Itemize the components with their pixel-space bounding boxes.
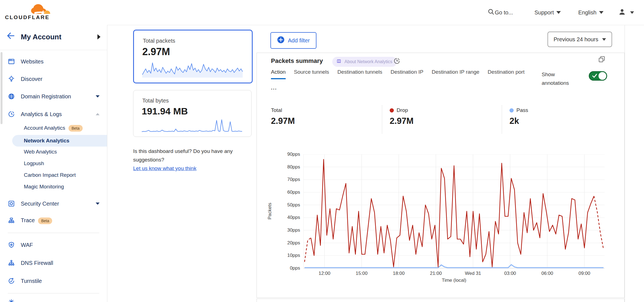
sidebar-item-label: Account AnalyticsBeta bbox=[24, 125, 83, 132]
language-label: English bbox=[578, 9, 597, 16]
stat-drop: Drop 2.97M bbox=[390, 107, 414, 126]
chevron-down-icon bbox=[95, 201, 100, 206]
pie-chart-icon[interactable] bbox=[393, 57, 400, 66]
feedback-line1: Is this dashboard useful? Do you have an… bbox=[133, 147, 252, 155]
vault-icon bbox=[8, 200, 15, 207]
account-title[interactable]: My Account bbox=[21, 33, 61, 41]
stat-pass: Pass 2k bbox=[509, 107, 528, 126]
x-axis-tick-label: 06:00 bbox=[541, 271, 553, 276]
stat-label: Drop bbox=[397, 107, 408, 113]
sidebar-item-account-analytics[interactable]: Account AnalyticsBeta bbox=[0, 122, 107, 134]
chevron-down-icon bbox=[630, 11, 634, 14]
sidebar-item-magic-monitoring[interactable]: Magic Monitoring bbox=[0, 181, 107, 193]
sidebar-item-label: Websites bbox=[21, 58, 44, 65]
y-axis-tick-label: 60pps bbox=[281, 190, 300, 195]
y-axis-tick-label: 90pps bbox=[281, 152, 300, 157]
top-bar: CLOUDFLARE Go to... Support English bbox=[0, 0, 644, 25]
add-filter-label: Add filter bbox=[288, 37, 310, 44]
book-icon bbox=[337, 59, 342, 65]
globe-icon bbox=[8, 93, 15, 100]
sidebar-item-label: TraceBeta bbox=[21, 217, 52, 224]
about-network-analytics-badge[interactable]: About Network Analytics bbox=[332, 57, 397, 67]
y-axis-tick-label: 50pps bbox=[281, 202, 300, 208]
more-tabs-button[interactable]: ... bbox=[271, 84, 277, 91]
tab-destination-ip[interactable]: Destination IP bbox=[391, 69, 423, 79]
refresh-check-icon bbox=[8, 277, 15, 285]
sidebar-item-label: Analytics & Logs bbox=[21, 111, 62, 117]
card-value: 2.97M bbox=[142, 46, 170, 58]
sidebar-item-network-analytics[interactable]: Network Analytics bbox=[0, 135, 107, 147]
duplicate-icon[interactable] bbox=[598, 55, 606, 65]
tab-destination-tunnels[interactable]: Destination tunnels bbox=[338, 69, 382, 79]
card-title: Total packets bbox=[143, 38, 175, 44]
toggle-knob bbox=[599, 72, 606, 80]
sidebar-item-label: Discover bbox=[21, 76, 42, 82]
total-packets-card[interactable]: Total packets 2.97M bbox=[133, 30, 253, 83]
sidebar-item-label: Domain Registration bbox=[21, 93, 71, 100]
total-packets-sparkline bbox=[142, 60, 243, 78]
sidebar-item-waf[interactable]: WAF bbox=[0, 238, 107, 252]
brand-wordmark: CLOUDFLARE bbox=[5, 14, 50, 21]
sidebar-item-label: WAF bbox=[21, 242, 33, 248]
card-value: 191.94 MB bbox=[142, 106, 188, 117]
sidebar-item-domain-registration[interactable]: Domain Registration bbox=[0, 90, 107, 103]
sidebar-item-label: Network Analytics bbox=[24, 138, 69, 144]
sidebar-item-discover[interactable]: Discover bbox=[0, 72, 107, 86]
stat-label: Total bbox=[271, 107, 295, 113]
panel-title: Packets summary bbox=[271, 57, 323, 65]
stat-divider bbox=[382, 105, 382, 134]
cloudflare-dashboard: CLOUDFLARE Go to... Support English bbox=[0, 0, 644, 302]
x-axis-tick-label: 18:00 bbox=[393, 271, 405, 276]
beta-badge: Beta bbox=[38, 217, 52, 224]
tab-destination-ip-range[interactable]: Destination IP range bbox=[432, 69, 479, 79]
go-to-search[interactable]: Go to... bbox=[488, 0, 513, 25]
time-range-dropdown[interactable]: Previous 24 hours bbox=[547, 32, 612, 47]
language-menu[interactable]: English bbox=[578, 0, 604, 25]
feedback-line2: suggestions? bbox=[133, 155, 252, 164]
show-annotations-toggle[interactable] bbox=[589, 71, 607, 81]
add-filter-button[interactable]: Add filter bbox=[270, 32, 316, 49]
sidebar-item-dns-firewall[interactable]: DNS Firewall bbox=[0, 256, 107, 270]
stat-value: 2k bbox=[509, 116, 528, 126]
sidebar-item-carbon-impact-report[interactable]: Carbon Impact Report bbox=[0, 169, 107, 181]
y-axis-tick-label: 0pps bbox=[281, 265, 300, 271]
sidebar-item-security-center[interactable]: Security Center bbox=[0, 197, 107, 210]
sidebar-item-websites[interactable]: Websites bbox=[0, 55, 107, 68]
sidebar-item-label: Turnstile bbox=[21, 278, 42, 284]
feedback-block: Is this dashboard useful? Do you have an… bbox=[133, 147, 252, 173]
tab-source-tunnels[interactable]: Source tunnels bbox=[294, 69, 329, 79]
cloudflare-logo-icon[interactable] bbox=[27, 2, 52, 16]
sidebar-header: My Account bbox=[0, 25, 107, 50]
sidebar-item-logpush[interactable]: Logpush bbox=[0, 158, 107, 169]
y-axis-tick-label: 20pps bbox=[281, 240, 300, 246]
x-axis-tick-label: 12:00 bbox=[319, 271, 331, 276]
sidebar-item-partial[interactable] bbox=[0, 298, 107, 302]
packets-time-series-chart bbox=[303, 154, 606, 268]
back-arrow-icon[interactable] bbox=[6, 31, 16, 42]
dns-tree-icon bbox=[8, 259, 15, 267]
feedback-link[interactable]: Let us know what you think bbox=[133, 165, 196, 171]
drop-legend-dot bbox=[390, 108, 394, 112]
pass-legend-dot bbox=[509, 108, 514, 112]
tab-action[interactable]: Action bbox=[271, 69, 286, 79]
account-menu[interactable] bbox=[618, 0, 634, 25]
sidebar: My Account Websites Discover bbox=[0, 25, 107, 302]
card-title: Total bytes bbox=[142, 98, 169, 104]
chevron-right-icon[interactable] bbox=[97, 34, 101, 41]
trace-icon bbox=[8, 217, 15, 224]
sidebar-item-label: Security Center bbox=[21, 201, 59, 207]
total-bytes-card[interactable]: Total bytes 191.94 MB bbox=[133, 90, 252, 137]
x-axis-tick-label: 03:00 bbox=[504, 271, 516, 276]
content-right-border bbox=[625, 25, 625, 302]
sidebar-item-trace[interactable]: TraceBeta bbox=[0, 214, 107, 227]
tab-destination-port[interactable]: Destination port bbox=[488, 69, 524, 79]
sidebar-item-analytics-logs[interactable]: Analytics & Logs bbox=[0, 108, 107, 121]
sidebar-item-turnstile[interactable]: Turnstile bbox=[0, 274, 107, 288]
support-menu[interactable]: Support bbox=[534, 0, 561, 25]
sidebar-divider bbox=[8, 293, 99, 293]
chevron-up-icon bbox=[95, 112, 100, 117]
sidebar-item-label: DNS Firewall bbox=[21, 260, 53, 266]
shield-gear-icon bbox=[8, 241, 15, 249]
sidebar-item-web-analytics[interactable]: Web Analytics bbox=[0, 146, 107, 158]
chevron-down-icon bbox=[556, 11, 561, 14]
